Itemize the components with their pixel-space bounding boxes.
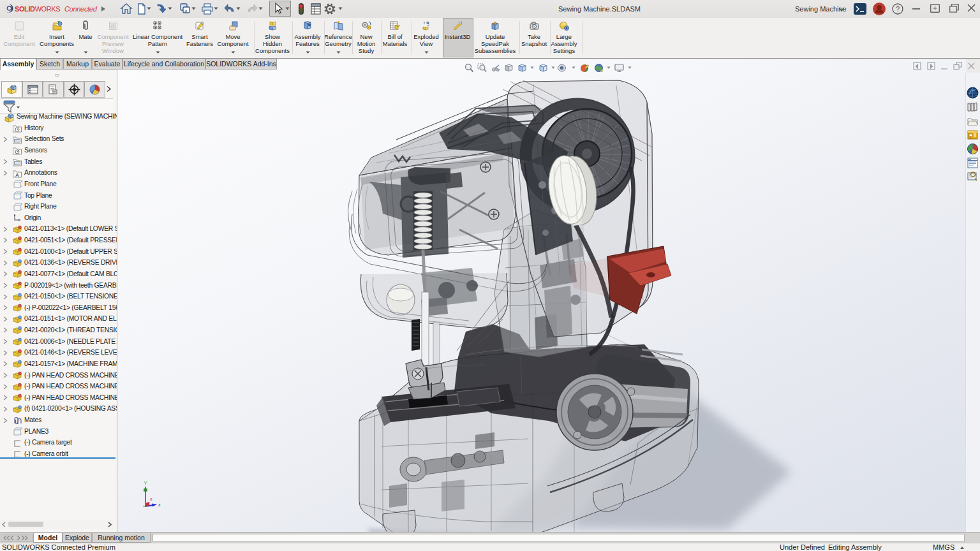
svg-text:A: A [15, 172, 19, 178]
svg-text:?: ? [896, 5, 900, 13]
svg-text:z: z [158, 502, 161, 508]
svg-text:Connected: Connected [64, 5, 98, 13]
svg-text:x: x [150, 496, 152, 502]
svg-text:Y: Y [144, 480, 147, 486]
svg-text:SOLIDWORKS: SOLIDWORKS [15, 5, 60, 13]
